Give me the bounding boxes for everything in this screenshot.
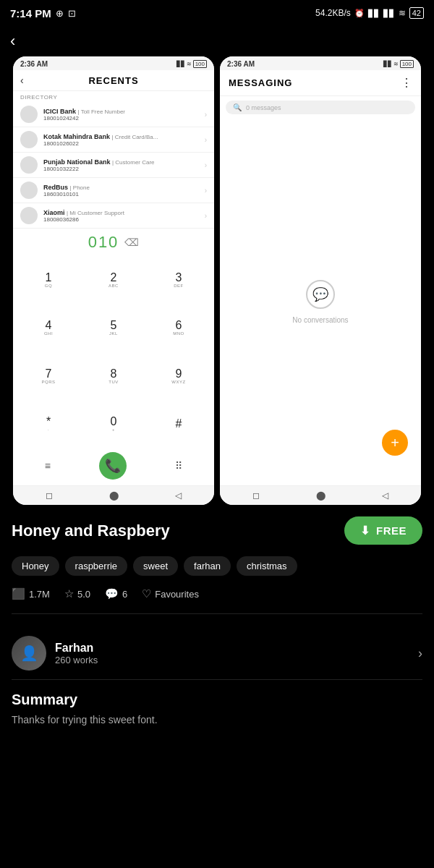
back-nav-right[interactable]: ◁ bbox=[382, 490, 388, 501]
tags-row: Honey raspberrie sweet farhan christmas bbox=[12, 556, 422, 576]
contact-name: ICICI Bank | Toll Free Number bbox=[43, 108, 205, 115]
author-row[interactable]: 👤 Farhan 260 works › bbox=[12, 627, 422, 680]
phone-time-right: 2:36 AM bbox=[227, 60, 255, 68]
home-nav-left[interactable]: ⬤ bbox=[109, 490, 119, 501]
dial-key-1[interactable]: 1GQ bbox=[16, 256, 81, 304]
star-icon: ☆ bbox=[64, 587, 74, 600]
dialer-grid: 1GQ 2ABC 3DEF 4GHI 5JKL 6MNO 7PQRS 8TUV … bbox=[13, 256, 214, 448]
contact-name: Xiaomi | Mi Customer Support bbox=[43, 209, 205, 216]
phone-signal-right: ▊▊ bbox=[383, 61, 392, 67]
summary-title: Summary bbox=[12, 692, 422, 708]
comment-icon: 💬 bbox=[105, 587, 119, 600]
phone-nav-left: ◻ ⬤ ◁ bbox=[13, 485, 214, 505]
search-icon: 🔍 bbox=[233, 103, 242, 111]
back-button[interactable]: ‹ bbox=[0, 26, 434, 56]
stat-favourites[interactable]: ♡ Favourites bbox=[142, 587, 199, 600]
square-nav-right[interactable]: ◻ bbox=[252, 490, 260, 501]
dial-key-7[interactable]: 7PQRS bbox=[16, 352, 81, 400]
summary-section: Summary Thanks for trying this sweet fon… bbox=[0, 692, 434, 726]
contact-item[interactable]: RedBus | Phone 18603010101 › bbox=[13, 178, 214, 203]
contact-number: 18001026022 bbox=[43, 140, 205, 147]
dial-key-4[interactable]: 4GHI bbox=[16, 304, 81, 352]
download-button[interactable]: ⬇ FREE bbox=[344, 516, 422, 545]
dialer-actions: ≡ 📞 ⠿ bbox=[13, 448, 214, 485]
phone-time-left: 2:36 AM bbox=[20, 60, 48, 68]
camera-icon: ⊡ bbox=[68, 8, 76, 19]
chevron-icon: › bbox=[205, 111, 207, 119]
stat-downloads: ⬛ 1.7M bbox=[12, 587, 50, 600]
dial-key-9[interactable]: 9WXYZ bbox=[146, 352, 211, 400]
listing-title: Honey and Raspbery bbox=[12, 522, 170, 540]
download-stat-icon: ⬛ bbox=[12, 587, 25, 600]
grid-icon[interactable]: ⠿ bbox=[175, 460, 182, 472]
phone-status-left: 2:36 AM ▊▊ ≋ 100 bbox=[13, 56, 214, 70]
back-nav-left[interactable]: ◁ bbox=[175, 490, 182, 501]
speed-indicator: 54.2KB/s bbox=[315, 8, 351, 18]
alarm-icon: ⏰ bbox=[354, 9, 365, 18]
tag-christmas[interactable]: christmas bbox=[237, 556, 297, 576]
home-nav-right[interactable]: ⬤ bbox=[316, 490, 326, 501]
phone-signal-left: ▊▊ bbox=[176, 61, 185, 67]
contact-item[interactable]: Punjab National Bank | Customer Care 180… bbox=[13, 153, 214, 178]
download-label: FREE bbox=[376, 524, 407, 537]
tag-sweet[interactable]: sweet bbox=[133, 556, 178, 576]
contact-number: 18008036286 bbox=[43, 216, 205, 223]
phone-nav-right: ◻ ⬤ ◁ bbox=[220, 485, 421, 505]
dial-key-5[interactable]: 5JKL bbox=[81, 304, 146, 352]
heart-icon: ♡ bbox=[142, 587, 151, 600]
favourites-label: Favourites bbox=[155, 589, 199, 600]
new-message-fab[interactable]: + bbox=[382, 430, 408, 456]
messaging-search-bar[interactable]: 🔍 0 messages bbox=[226, 101, 415, 114]
call-button[interactable]: 📞 bbox=[99, 452, 127, 480]
tag-raspberrie[interactable]: raspberrie bbox=[65, 556, 128, 576]
phone-frame-messaging: 2:36 AM ▊▊ ≋ 100 Messaging ⋮ 🔍 0 message… bbox=[220, 56, 421, 505]
downloads-count: 1.7M bbox=[29, 589, 50, 600]
phone-status-right: 2:36 AM ▊▊ ≋ 100 bbox=[220, 56, 421, 70]
dialer-number: 010 bbox=[88, 233, 119, 252]
contact-avatar bbox=[20, 207, 38, 224]
stat-rating: ☆ 5.0 bbox=[64, 587, 90, 600]
dial-key-6[interactable]: 6MNO bbox=[146, 304, 211, 352]
recents-title: Recents bbox=[88, 75, 138, 86]
signal-icon-1: ▊▊ bbox=[368, 9, 380, 17]
dial-key-star[interactable]: *· bbox=[16, 400, 81, 448]
messaging-header: Messaging ⋮ bbox=[220, 70, 421, 96]
square-nav-left[interactable]: ◻ bbox=[46, 490, 53, 501]
tag-farhan[interactable]: farhan bbox=[184, 556, 231, 576]
dial-key-2[interactable]: 2ABC bbox=[81, 256, 146, 304]
author-chevron-icon: › bbox=[418, 646, 422, 661]
stats-row: ⬛ 1.7M ☆ 5.0 💬 6 ♡ Favourites bbox=[12, 587, 422, 614]
contact-avatar bbox=[20, 131, 38, 148]
stat-comments: 💬 6 bbox=[105, 587, 127, 600]
phone-frame-recents: 2:36 AM ▊▊ ≋ 100 ‹ Recents Directory ICI… bbox=[13, 56, 214, 505]
listing-title-row: Honey and Raspbery ⬇ FREE bbox=[12, 516, 422, 545]
chevron-icon: › bbox=[205, 212, 207, 220]
tag-honey[interactable]: Honey bbox=[12, 556, 59, 576]
dialer-input-row: 010 ⌫ bbox=[13, 229, 214, 256]
dial-key-3[interactable]: 3DEF bbox=[146, 256, 211, 304]
messaging-title: Messaging bbox=[229, 77, 292, 88]
listing-section: Honey and Raspbery ⬇ FREE Honey raspberr… bbox=[0, 505, 434, 680]
dial-key-8[interactable]: 8TUV bbox=[81, 352, 146, 400]
summary-text: Thanks for trying this sweet font. bbox=[12, 714, 422, 726]
chevron-icon: › bbox=[205, 136, 207, 144]
contact-item[interactable]: Kotak Mahindra Bank | Credit Card/Ba... … bbox=[13, 127, 214, 153]
contact-item[interactable]: ICICI Bank | Toll Free Number 1800102424… bbox=[13, 102, 214, 127]
contact-name: Punjab National Bank | Customer Care bbox=[43, 158, 205, 166]
chevron-icon: › bbox=[205, 161, 207, 169]
contact-item[interactable]: Xiaomi | Mi Customer Support 18008036286… bbox=[13, 203, 214, 229]
messaging-menu-icon[interactable]: ⋮ bbox=[401, 76, 412, 90]
search-placeholder-text: 0 messages bbox=[246, 104, 281, 111]
directory-label: Directory bbox=[13, 91, 214, 102]
phone-frames-container: 2:36 AM ▊▊ ≋ 100 ‹ Recents Directory ICI… bbox=[0, 56, 434, 505]
backspace-icon[interactable]: ⌫ bbox=[124, 237, 139, 248]
pinterest-icon: ⊕ bbox=[56, 8, 64, 19]
contact-number: 18603010101 bbox=[43, 191, 205, 197]
comments-count: 6 bbox=[122, 589, 127, 600]
download-icon: ⬇ bbox=[360, 524, 370, 537]
dial-key-hash[interactable]: # bbox=[146, 400, 211, 448]
phone-wifi-right: ≋ bbox=[393, 61, 399, 67]
menu-icon[interactable]: ≡ bbox=[45, 460, 51, 472]
dial-key-0[interactable]: 0+ bbox=[81, 400, 146, 448]
recents-back-button[interactable]: ‹ bbox=[20, 75, 24, 86]
